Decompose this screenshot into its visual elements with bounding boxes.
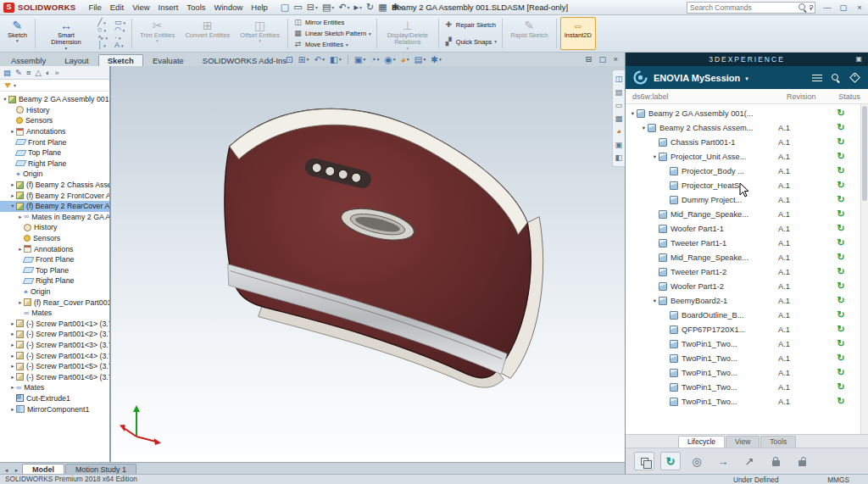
tree-item[interactable]: ▸(-) Screw Part001<2> (3.75 x [0, 329, 109, 340]
menu-window[interactable]: Window [210, 3, 248, 12]
design-library-icon[interactable]: ▤ [615, 88, 623, 97]
tree-item[interactable]: ▸(f) Beamy 2 Chassis Assembly [0, 180, 109, 191]
zoom-area-button[interactable]: ⊞▾ [297, 55, 311, 64]
expand-arrow-icon[interactable]: ▾ [9, 203, 16, 209]
tree-item[interactable]: ▸Annotations [0, 126, 109, 137]
enovia-row[interactable]: Tweeter Part1-2A.1↻ [626, 264, 860, 279]
enovia-row[interactable]: Projector_Body ...A.1↻ [626, 164, 860, 178]
tree-item[interactable]: ▸Annotations [0, 243, 109, 254]
expand-arrow-icon[interactable]: ▸ [9, 353, 16, 359]
mirror-entities-button[interactable]: ◫Mirror Entities [293, 19, 371, 26]
doc-tab-motion-study-1[interactable]: Motion Study 1 [65, 464, 136, 474]
expand-tabs-icon[interactable]: » [55, 68, 59, 77]
enovia-tab-lifecycle[interactable]: Lifecycle [678, 436, 725, 448]
configurationmanager-tab-icon[interactable]: ≡ [26, 68, 31, 77]
centerline-button[interactable]: ┆▾ [97, 42, 108, 49]
expand-arrow-icon[interactable]: ▸ [9, 331, 16, 337]
filter-caret-icon[interactable]: ▾ [14, 82, 16, 88]
enovia-row[interactable]: QFP67P1720X1...A.1↻ [626, 322, 860, 337]
offset-entities-button[interactable]: ◫Offset Entities▾ [236, 17, 284, 50]
select-button[interactable]: ▸▾ [353, 3, 364, 12]
expand-arrow-icon[interactable]: ▾ [651, 153, 659, 160]
enovia-row[interactable]: Woofer Part1-1A.1↻ [626, 221, 860, 236]
doc-tab-model[interactable]: Model [22, 464, 64, 474]
expand-arrow-icon[interactable]: ▸ [9, 374, 16, 381]
custom-properties-icon[interactable]: ▣ [615, 141, 623, 149]
tree-item[interactable]: ⌖Origin [0, 169, 109, 180]
minimize-icon[interactable]: — [822, 3, 832, 12]
enovia-row[interactable]: ▾Beamy 2 GA Assembly 001(...↻ [626, 106, 860, 120]
enovia-row[interactable]: Chassis Part001-1A.1↻ [626, 135, 860, 149]
trim-entities-button[interactable]: ✂Trim Entities▾ [136, 17, 179, 50]
move-entities-button[interactable]: ⇄Move Entities▾ [293, 41, 371, 48]
tree-item[interactable]: ▸MirrorComponent1 [0, 403, 109, 414]
copy-state-button[interactable] [634, 452, 654, 470]
tree-item[interactable]: ▸∞Mates in Beamy 2 GA Asse [0, 212, 109, 223]
featuremanager-tab-icon[interactable]: ▤ [3, 68, 11, 77]
tree-item[interactable]: ▸(-) Screw Part001<4> (3.75 x [0, 350, 109, 361]
file-properties-button[interactable]: ▦ [376, 3, 388, 12]
tree-item[interactable]: History [0, 105, 109, 116]
tree-item[interactable]: Right Plane [0, 275, 109, 287]
display-style-button[interactable]: ◔▾ [369, 55, 381, 64]
view-selector-icon[interactable]: ⊟ [585, 55, 592, 64]
command-search[interactable]: ▾ [687, 2, 815, 14]
3d-model[interactable] [111, 66, 625, 461]
tree-item[interactable]: Sensors [0, 233, 109, 244]
tree-item[interactable]: ▸(f) Beamy 2 FrontCover Assem [0, 190, 109, 201]
enovia-row[interactable]: Mid_Range_Speake...A.1↻ [626, 250, 860, 264]
expand-arrow-icon[interactable]: ▾ [651, 298, 659, 304]
rapid-sketch-button[interactable]: ✎Rapid Sketch [506, 17, 553, 50]
enovia-row[interactable]: Mid_Range_Speake...A.1↻ [626, 207, 860, 221]
linear-sketch-pattern-button[interactable]: ▦Linear Sketch Pattern▾ [293, 30, 371, 37]
menu-tools[interactable]: Tools [182, 3, 209, 12]
expand-arrow-icon[interactable]: ▸ [17, 299, 24, 306]
enovia-row[interactable]: TwoPin1_Two...A.1↻ [626, 351, 860, 365]
search-icon[interactable] [829, 74, 843, 82]
tab-assembly[interactable]: Assembly [2, 54, 55, 66]
file-explorer-icon[interactable]: ▭ [615, 101, 623, 109]
menu-view[interactable]: View [128, 3, 153, 12]
tag-icon[interactable] [848, 74, 861, 81]
enovia-row[interactable]: TwoPin1_Two...A.1↻ [626, 394, 860, 409]
print-button[interactable]: ▤▾ [320, 3, 336, 12]
tree-item[interactable]: ▸(-) Screw Part001<3> (3.75 x [0, 340, 109, 351]
tree-item[interactable]: Right Plane [0, 159, 109, 170]
explore-button[interactable]: ◎ [687, 452, 707, 470]
display-delete-relations-button[interactable]: ⊥Display/Delete Relations▾ [381, 17, 435, 50]
tree-item[interactable]: Cut-Extrude1 [0, 393, 109, 404]
tree-item[interactable]: Front Plane [0, 254, 109, 265]
tree-item[interactable]: Top Plane [0, 147, 109, 159]
save-button[interactable]: ⊟▾ [305, 3, 320, 12]
expand-arrow-icon[interactable]: ▾ [629, 110, 637, 117]
scroll-tabs-right-icon[interactable]: ▸ [12, 467, 21, 474]
tree-item[interactable]: ▸(-) Screw Part001<6> (3.75 x [0, 371, 109, 382]
dimxpertmanager-tab-icon[interactable]: △ [36, 68, 42, 77]
tree-item[interactable]: ∞Mates [0, 308, 109, 319]
enovia-row[interactable]: ▾Projector_Unit Asse...A.1↻ [626, 149, 860, 164]
expand-arrow-icon[interactable]: ▸ [9, 128, 16, 135]
displaymanager-tab-icon[interactable]: ◐ [46, 68, 51, 77]
enovia-tab-tools[interactable]: Tools [760, 436, 796, 448]
hide-show-button[interactable]: ◉▾ [382, 55, 397, 64]
expand-arrow-icon[interactable]: ▸ [9, 384, 16, 391]
scrollbar-thumb[interactable] [862, 106, 867, 201]
repair-sketch-button[interactable]: ✚Repair Sketch [444, 21, 497, 29]
expand-arrow-icon[interactable]: ▸ [9, 181, 16, 188]
expand-arrow-icon[interactable]: ▸ [9, 342, 16, 348]
3dexperience-tab-icon[interactable]: ◫ [615, 75, 623, 83]
scroll-tabs-left-icon[interactable]: ◂ [2, 467, 11, 474]
promote-button[interactable]: ↗ [739, 452, 760, 470]
menu-insert[interactable]: Insert [154, 3, 183, 12]
expand-arrow-icon[interactable]: ▸ [9, 363, 16, 370]
undo-button[interactable]: ↶▾ [337, 3, 351, 12]
search-commands-input[interactable] [690, 3, 796, 12]
quick-snaps-button[interactable]: ▞Quick Snaps▾ [444, 38, 497, 46]
menu-icon[interactable] [810, 74, 824, 82]
enovia-row[interactable]: TwoPin1_Two...A.1↻ [626, 337, 860, 351]
menu-help[interactable]: Help [247, 3, 272, 12]
refresh-button[interactable]: ↻ [660, 452, 681, 470]
appearances-icon[interactable]: ◕ [616, 127, 621, 136]
menu-edit[interactable]: Edit [106, 3, 128, 12]
enovia-row[interactable]: ▾Beamy 2 Chassis Assem...A.1↻ [626, 120, 860, 135]
